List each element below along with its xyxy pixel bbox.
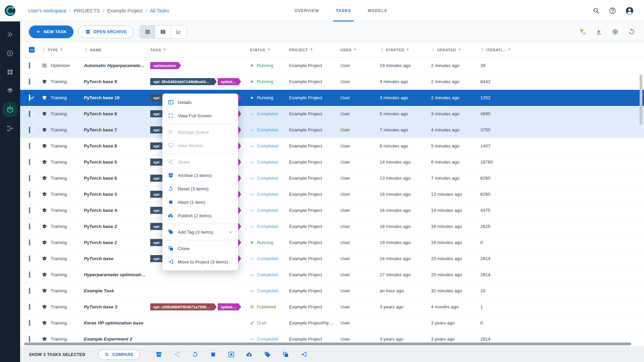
- task-name[interactable]: Hyperparameter optimizati…: [84, 272, 150, 277]
- help-icon[interactable]: [609, 7, 616, 14]
- filter-funnel-icon[interactable]: [458, 48, 462, 52]
- task-row[interactable]: Training Hyperparameter optimizati… Comp…: [20, 267, 644, 283]
- download-icon[interactable]: [595, 28, 602, 36]
- open-archive-button[interactable]: OPEN ARCHIVE: [78, 25, 134, 38]
- sidebar-item-projects[interactable]: [4, 48, 16, 59]
- row-checkbox[interactable]: [29, 111, 30, 117]
- menu-item-view-full-screen[interactable]: View Full Screen: [162, 109, 238, 122]
- row-checkbox[interactable]: [29, 143, 30, 149]
- task-name[interactable]: Example Experiment 2: [84, 337, 150, 342]
- task-name[interactable]: PyTorch base 4: [84, 208, 150, 213]
- vertical-scrollbar[interactable]: [640, 59, 642, 343]
- filter-funnel-icon[interactable]: [310, 48, 313, 52]
- breadcrumb-item-example-project[interactable]: Example Project: [107, 8, 143, 13]
- task-row[interactable]: Training PyTorch base 7 opt: …optimi… Co…: [20, 122, 644, 138]
- menu-item-reset-3-items[interactable]: Reset (3 items): [162, 182, 238, 195]
- task-name[interactable]: PyTorch base 5: [84, 160, 150, 165]
- sidebar-item-reports[interactable]: [4, 66, 16, 78]
- tab-overview[interactable]: OVERVIEW: [294, 0, 320, 21]
- task-row[interactable]: Training PyTorch base 4 opt: …optimi… Co…: [20, 202, 644, 219]
- task-row[interactable]: Training PyTorch base 2 opt: …optimi… Ru…: [20, 235, 644, 251]
- sort-icon[interactable]: [431, 48, 435, 52]
- column-header-updated[interactable]: UPDATED: [431, 48, 480, 52]
- footer-move-icon[interactable]: [300, 351, 307, 358]
- sidebar-item-datasets[interactable]: [4, 85, 16, 97]
- chart-view-icon[interactable]: [171, 25, 186, 38]
- filter-funnel-icon[interactable]: [267, 48, 271, 52]
- menu-item-details[interactable]: Details: [162, 96, 238, 109]
- task-name[interactable]: PyTorch base 6: [84, 176, 150, 181]
- task-name[interactable]: PyTorch base 7: [84, 127, 150, 132]
- task-name[interactable]: PyTorch base 3: [84, 192, 150, 197]
- footer-share-icon[interactable]: [173, 351, 180, 358]
- task-row[interactable]: Training PyTorch base 8 opt: …optimi… Co…: [20, 106, 644, 122]
- menu-item-clone[interactable]: Clone: [162, 242, 238, 255]
- tag-pill[interactable]: opt: 85e5482ddd7149b8ba04…: [150, 78, 217, 85]
- breadcrumb-item-projects[interactable]: PROJECTS: [74, 8, 100, 13]
- filter-funnel-icon[interactable]: [406, 48, 410, 52]
- sort-icon[interactable]: [480, 48, 485, 52]
- tag-pill[interactable]: opt: e205d684f7954571a7309…: [150, 303, 217, 310]
- column-header-started[interactable]: STARTED: [380, 48, 431, 52]
- vertical-scrollbar-thumb[interactable]: [640, 74, 642, 125]
- task-row[interactable]: Optimizer Automatic Hyperparamete… optim…: [20, 58, 644, 74]
- footer-archive-icon[interactable]: [155, 351, 162, 358]
- footer-abort-all-icon[interactable]: [228, 351, 235, 358]
- task-name[interactable]: PyTorch base 2: [84, 240, 150, 245]
- task-row[interactable]: Training PyTorch base 10 opt: …optimi… R…: [20, 90, 644, 106]
- task-name[interactable]: PyTorch base 8: [84, 111, 150, 116]
- select-all-checkbox[interactable]: [29, 47, 35, 53]
- menu-item-manage-queue[interactable]: Manage Queue: [162, 125, 238, 139]
- column-header-iterati[interactable]: ITERATI…: [480, 48, 644, 52]
- menu-item-publish-2-items[interactable]: Publish (2 items): [162, 209, 238, 222]
- horizontal-scrollbar[interactable]: [24, 343, 636, 345]
- menu-item-share[interactable]: Share: [162, 155, 238, 169]
- row-checkbox[interactable]: [29, 255, 30, 262]
- footer-publish-icon[interactable]: [246, 351, 253, 358]
- task-row[interactable]: Training Keras HP optimization base Draf…: [20, 315, 644, 331]
- compare-button[interactable]: COMPARE: [98, 349, 140, 360]
- column-header-project[interactable]: PROJECT: [289, 48, 340, 52]
- row-checkbox[interactable]: [29, 127, 30, 133]
- split-view-icon[interactable]: [155, 25, 171, 38]
- row-checkbox[interactable]: [29, 78, 30, 85]
- user-avatar-icon[interactable]: [625, 6, 634, 15]
- task-row[interactable]: Training PyTorch base 8 opt: …optimi… Co…: [20, 138, 644, 154]
- tag-pill[interactable]: optimi…: [218, 303, 241, 310]
- sort-icon[interactable]: [42, 48, 46, 52]
- tag-pill[interactable]: optimization: [150, 62, 181, 69]
- task-row[interactable]: Training Example Task Completed Example …: [20, 283, 644, 299]
- footer-tag-icon[interactable]: [264, 351, 271, 358]
- table-view-icon[interactable]: [140, 25, 155, 38]
- task-row[interactable]: Training PyTorch base 5 opt: …optimi… Co…: [20, 154, 644, 170]
- tab-tasks[interactable]: TASKS: [335, 0, 352, 21]
- footer-clone-icon[interactable]: [282, 351, 289, 358]
- footer-abort-icon[interactable]: [210, 351, 217, 358]
- filter-funnel-icon[interactable]: [353, 48, 357, 52]
- task-name[interactable]: PyTorch base 10: [84, 95, 150, 100]
- task-row[interactable]: Training PyTorch base 9 opt: 85e5482ddd7…: [20, 74, 644, 90]
- column-header-type[interactable]: TYPE: [42, 48, 84, 52]
- task-name[interactable]: PyTorch base 3: [84, 304, 150, 309]
- menu-item-add-tag-3-items[interactable]: Add Tag (3 items): [162, 225, 238, 239]
- row-checkbox[interactable]: [29, 95, 30, 101]
- menu-item-move-to-project-3-items[interactable]: Move to Project (3 items): [162, 255, 238, 268]
- sort-icon[interactable]: [84, 48, 88, 52]
- row-checkbox[interactable]: [29, 159, 30, 165]
- row-checkbox[interactable]: [29, 175, 30, 181]
- task-name[interactable]: Keras HP optimization base: [84, 320, 150, 325]
- tab-models[interactable]: MODELS: [367, 0, 388, 21]
- menu-item-abort-1-item[interactable]: Abort (1 item): [162, 195, 238, 209]
- auto-refresh-icon[interactable]: [628, 28, 635, 36]
- task-row[interactable]: Training PyTorch base 3 opt: …optimi… Co…: [20, 186, 644, 202]
- task-name[interactable]: PyTorch base: [84, 256, 150, 261]
- task-name[interactable]: Example Task: [84, 288, 150, 293]
- task-name[interactable]: Automatic Hyperparamete…: [84, 63, 150, 68]
- clear-filters-icon[interactable]: [579, 28, 586, 36]
- search-icon[interactable]: [592, 7, 600, 14]
- task-row[interactable]: Training PyTorch base 2 opt: …optimi… Co…: [20, 219, 644, 235]
- task-row[interactable]: Training PyTorch base 3 opt: e205d684f79…: [20, 299, 644, 315]
- tag-pill[interactable]: optimi…: [218, 78, 241, 85]
- menu-item-view-worker[interactable]: View Worker: [162, 139, 238, 152]
- row-checkbox[interactable]: [29, 191, 30, 197]
